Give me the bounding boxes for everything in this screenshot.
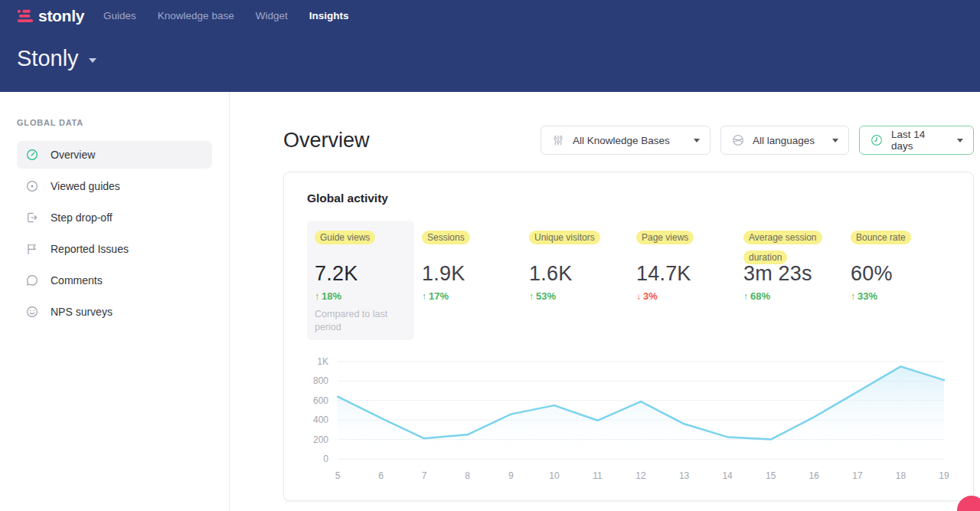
stonly-logo[interactable]: stonly bbox=[17, 7, 84, 25]
svg-text:16: 16 bbox=[809, 470, 820, 481]
metric-value: 60% bbox=[851, 262, 942, 286]
metric-delta: 53% bbox=[529, 290, 621, 302]
top-nav: Guides Knowledge base Widget Insights bbox=[103, 5, 348, 26]
topnav-item-guides[interactable]: Guides bbox=[103, 5, 136, 26]
main-content: Overview All Knowledge Bases bbox=[230, 92, 980, 511]
trend-arrow-icon bbox=[422, 290, 426, 302]
sidebar-item-overview[interactable]: Overview bbox=[17, 141, 212, 169]
sidebar-section-label: GLOBAL DATA bbox=[17, 118, 229, 127]
svg-text:5: 5 bbox=[335, 470, 341, 481]
clock-icon bbox=[870, 133, 884, 147]
languages-filter-value: All languages bbox=[753, 135, 825, 146]
smiley-icon bbox=[25, 305, 39, 319]
svg-text:6: 6 bbox=[378, 470, 384, 481]
sidebar-item-label: Overview bbox=[51, 149, 95, 161]
eye-icon bbox=[25, 179, 39, 193]
svg-text:11: 11 bbox=[593, 470, 603, 481]
svg-text:7: 7 bbox=[422, 470, 427, 481]
metric-tile-bounce-rate[interactable]: Bounce rate 60% 33% bbox=[843, 221, 950, 340]
metric-label: Page views bbox=[636, 227, 728, 260]
metric-label: Sessions bbox=[422, 227, 514, 260]
svg-text:13: 13 bbox=[679, 470, 690, 481]
trend-arrow-icon bbox=[636, 290, 641, 302]
filters-bar: All Knowledge Bases All languages bbox=[541, 126, 974, 155]
trend-arrow-icon bbox=[315, 290, 319, 302]
sidebar-item-label: Step drop-off bbox=[51, 211, 113, 224]
workspace-switcher[interactable]: Stonly bbox=[17, 46, 980, 71]
svg-text:19: 19 bbox=[939, 470, 949, 481]
metric-label: Average session duration bbox=[743, 227, 835, 260]
sidebar-item-label: NPS surveys bbox=[51, 306, 113, 318]
metric-value: 7.2K bbox=[315, 262, 407, 286]
sidebar-nav: Overview Viewed guides Step drop-off bbox=[0, 141, 229, 326]
metric-value: 1.9K bbox=[422, 262, 514, 286]
topnav-item-knowledge-base[interactable]: Knowledge base bbox=[158, 5, 234, 26]
svg-text:12: 12 bbox=[635, 470, 646, 481]
svg-text:15: 15 bbox=[766, 470, 776, 481]
svg-text:17: 17 bbox=[852, 470, 863, 481]
global-activity-chart: 02004006008001K5678910111213141516171819 bbox=[307, 352, 952, 484]
sidebar-item-reported-issues[interactable]: Reported Issues bbox=[17, 235, 212, 263]
metric-tile-guide-views[interactable]: Guide views 7.2K 18% Compared to last pe… bbox=[307, 221, 414, 340]
metric-tile-unique-visitors[interactable]: Unique visitors 1.6K 53% bbox=[521, 221, 629, 340]
metric-value: 1.6K bbox=[529, 262, 621, 286]
metric-delta: 17% bbox=[422, 290, 514, 302]
metric-delta: 18% bbox=[315, 290, 407, 302]
flag-icon bbox=[25, 242, 39, 256]
metric-delta: 33% bbox=[851, 290, 942, 302]
stonly-logo-icon bbox=[17, 8, 34, 25]
svg-text:600: 600 bbox=[313, 395, 328, 406]
gauge-icon bbox=[25, 148, 39, 162]
metric-tile-page-views[interactable]: Page views 14.7K 3% bbox=[629, 221, 736, 340]
metric-value: 3m 23s bbox=[743, 262, 835, 286]
sidebar-item-step-drop-off[interactable]: Step drop-off bbox=[17, 204, 212, 231]
svg-text:0: 0 bbox=[323, 454, 328, 464]
svg-text:800: 800 bbox=[313, 375, 328, 386]
workspace-name: Stonly bbox=[17, 46, 79, 71]
trend-arrow-icon bbox=[529, 290, 534, 302]
svg-text:400: 400 bbox=[313, 414, 328, 425]
languages-filter[interactable]: All languages bbox=[720, 126, 849, 155]
svg-text:1K: 1K bbox=[317, 356, 328, 367]
sidebar-item-label: Reported Issues bbox=[51, 243, 129, 255]
top-navigation-bar: stonly Guides Knowledge base Widget Insi… bbox=[17, 0, 980, 29]
knowledge-bases-filter[interactable]: All Knowledge Bases bbox=[541, 126, 710, 155]
svg-text:200: 200 bbox=[313, 434, 328, 444]
app-header: stonly Guides Knowledge base Widget Insi… bbox=[0, 0, 980, 92]
svg-text:18: 18 bbox=[896, 470, 906, 481]
topnav-item-insights[interactable]: Insights bbox=[309, 5, 349, 26]
compare-note: Compared to last period bbox=[315, 308, 407, 334]
metric-label: Bounce rate bbox=[851, 227, 942, 260]
svg-text:10: 10 bbox=[549, 470, 560, 481]
date-range-filter[interactable]: Last 14 days bbox=[859, 126, 974, 155]
sidebar: GLOBAL DATA Overview Viewed guides bbox=[0, 92, 230, 511]
sidebar-item-comments[interactable]: Comments bbox=[17, 267, 212, 294]
metric-tile-average-session-duration[interactable]: Average session duration 3m 23s 68% bbox=[736, 221, 843, 340]
metric-label: Guide views bbox=[315, 227, 407, 260]
metric-delta: 3% bbox=[636, 290, 728, 302]
sidebar-item-viewed-guides[interactable]: Viewed guides bbox=[17, 172, 212, 200]
trend-arrow-icon bbox=[743, 290, 748, 302]
svg-text:9: 9 bbox=[508, 470, 514, 481]
logo-text: stonly bbox=[38, 7, 84, 25]
metric-tile-sessions[interactable]: Sessions 1.9K 17% bbox=[414, 221, 521, 340]
page-title: Overview bbox=[283, 129, 370, 152]
globe-icon bbox=[731, 133, 745, 147]
global-activity-card: Global activity Guide views 7.2K 18% Com… bbox=[283, 172, 974, 501]
sidebar-item-label: Viewed guides bbox=[51, 180, 120, 192]
chevron-down-icon bbox=[957, 139, 963, 142]
metric-tiles: Guide views 7.2K 18% Compared to last pe… bbox=[307, 221, 950, 340]
page-header: Overview All Knowledge Bases bbox=[283, 126, 974, 155]
chevron-down-icon bbox=[694, 139, 700, 142]
sidebar-item-nps-surveys[interactable]: NPS surveys bbox=[17, 298, 212, 326]
svg-text:14: 14 bbox=[722, 470, 733, 481]
card-title: Global activity bbox=[307, 192, 950, 205]
comment-icon bbox=[25, 274, 39, 287]
chart-area: 02004006008001K5678910111213141516171819 bbox=[307, 352, 950, 487]
metric-value: 14.7K bbox=[636, 262, 728, 286]
sidebar-item-label: Comments bbox=[51, 274, 103, 287]
svg-text:8: 8 bbox=[465, 470, 470, 481]
knowledge-bases-filter-value: All Knowledge Bases bbox=[573, 135, 686, 146]
trend-arrow-icon bbox=[851, 290, 855, 302]
topnav-item-widget[interactable]: Widget bbox=[256, 5, 288, 26]
